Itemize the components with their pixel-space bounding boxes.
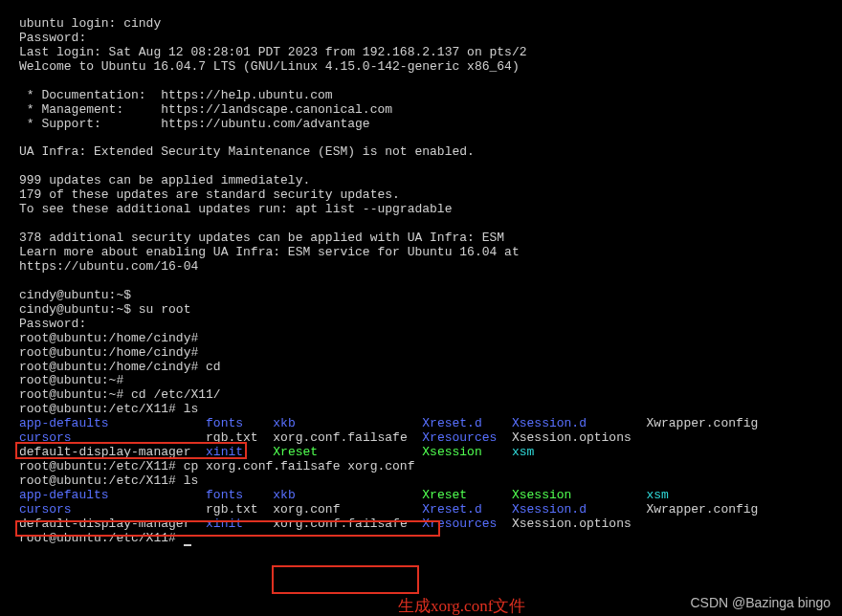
lastlogin-line: Last login: Sat Aug 12 08:28:01 PDT 2023…: [19, 46, 823, 60]
prompt-line: root@ubuntu:/etc/X11# cp xorg.conf.fails…: [19, 460, 823, 474]
dir-entry: app-defaults: [19, 488, 109, 502]
dir-entry: Xreset.d: [422, 416, 481, 430]
file-entry: Xsession.options: [512, 517, 632, 531]
prompt-line: root@ubuntu:/home/cindy#: [19, 346, 823, 361]
prompt-line: root@ubuntu:/etc/X11#: [19, 532, 823, 546]
link-entry: xsm: [512, 445, 534, 459]
updates-line: To see these additional updates run: apt…: [19, 203, 823, 217]
file-entry: default-display-manager: [19, 445, 190, 459]
dir-entry: cursors: [19, 502, 72, 517]
doc-line: * Documentation: https://help.ubuntu.com: [19, 89, 823, 103]
dir-entry: Xresources: [422, 430, 497, 445]
dir-entry: Xsession.d: [512, 502, 587, 517]
updates-line: 179 of these updates are standard securi…: [19, 188, 823, 203]
ls-row: app-defaults fonts xkb Xreset.d Xsession…: [19, 417, 823, 431]
file-entry: rgb.txt: [206, 502, 258, 517]
dir-entry: fonts: [206, 488, 243, 502]
exec-entry: Xsession: [422, 445, 481, 459]
ls-row: default-display-manager xinit xorg.conf.…: [19, 517, 823, 532]
dir-entry: Xreset.d: [422, 502, 481, 517]
file-entry: xorg.conf: [273, 502, 340, 517]
dir-entry: xkb: [273, 488, 295, 502]
dir-entry: cursors: [19, 430, 72, 445]
prompt-line: root@ubuntu:/home/cindy# cd: [19, 361, 823, 375]
file-entry: Xwrapper.config: [646, 416, 758, 430]
dir-entry: fonts: [206, 416, 243, 430]
annotation-caption: 生成xorg.conf文件: [398, 597, 525, 616]
ls-row: app-defaults fonts xkb Xreset Xsession x…: [19, 489, 823, 503]
file-entry: rgb.txt: [206, 430, 258, 445]
ls-row: cursors rgb.txt xorg.conf Xreset.d Xsess…: [19, 503, 823, 517]
prompt-line: root@ubuntu:/etc/X11# ls: [19, 403, 823, 417]
cursor-icon: [184, 544, 191, 546]
file-entry: xorg.conf.failsafe: [273, 430, 407, 445]
dir-entry: xinit: [206, 517, 243, 531]
file-entry: Xwrapper.config: [646, 502, 758, 517]
file-entry: xorg.conf.failsafe: [273, 517, 407, 531]
dir-entry: Xsession.d: [512, 416, 587, 430]
prompt-line: cindy@ubuntu:~$: [19, 289, 823, 303]
login-line: ubuntu login: cindy: [19, 17, 823, 32]
prompt-line: root@ubuntu:/etc/X11# ls: [19, 474, 823, 489]
mgmt-line: * Management: https://landscape.canonica…: [19, 103, 823, 118]
esm-line: UA Infra: Extended Security Maintenance …: [19, 145, 823, 160]
dir-entry: app-defaults: [19, 416, 109, 430]
prompt-line: root@ubuntu:~#: [19, 374, 823, 388]
dir-entry: xkb: [273, 416, 295, 430]
prompt-line: cindy@ubuntu:~$ su root: [19, 303, 823, 318]
esm-line: Learn more about enabling UA Infra: ESM …: [19, 246, 823, 260]
exec-entry: Xreset: [422, 488, 467, 502]
password-line: Password:: [19, 32, 823, 46]
support-line: * Support: https://ubuntu.com/advantage: [19, 118, 823, 132]
ls-row: default-display-manager xinit Xreset Xse…: [19, 446, 823, 460]
terminal[interactable]: ubuntu login: cindy Password: Last login…: [19, 17, 823, 546]
watermark-text: CSDN @Bazinga bingo: [690, 595, 831, 610]
prompt-line: root@ubuntu:/home/cindy#: [19, 332, 823, 346]
file-entry: Xsession.options: [512, 430, 632, 445]
exec-entry: Xreset: [273, 445, 318, 459]
highlight-box-xorgfiles: [272, 565, 419, 594]
welcome-line: Welcome to Ubuntu 16.04.7 LTS (GNU/Linux…: [19, 60, 823, 75]
exec-entry: Xsession: [512, 488, 571, 502]
esm-line: https://ubuntu.com/16-04: [19, 260, 823, 275]
esm-line: 378 additional security updates can be a…: [19, 231, 823, 246]
prompt-line: root@ubuntu:~# cd /etc/X11/: [19, 388, 823, 403]
prompt-line: Password:: [19, 318, 823, 332]
ls-row: cursors rgb.txt xorg.conf.failsafe Xreso…: [19, 431, 823, 446]
dir-entry: xinit: [206, 445, 243, 459]
link-entry: xsm: [646, 488, 668, 502]
updates-line: 999 updates can be applied immediately.: [19, 174, 823, 188]
file-entry: default-display-manager: [19, 517, 190, 531]
dir-entry: Xresources: [422, 517, 497, 531]
